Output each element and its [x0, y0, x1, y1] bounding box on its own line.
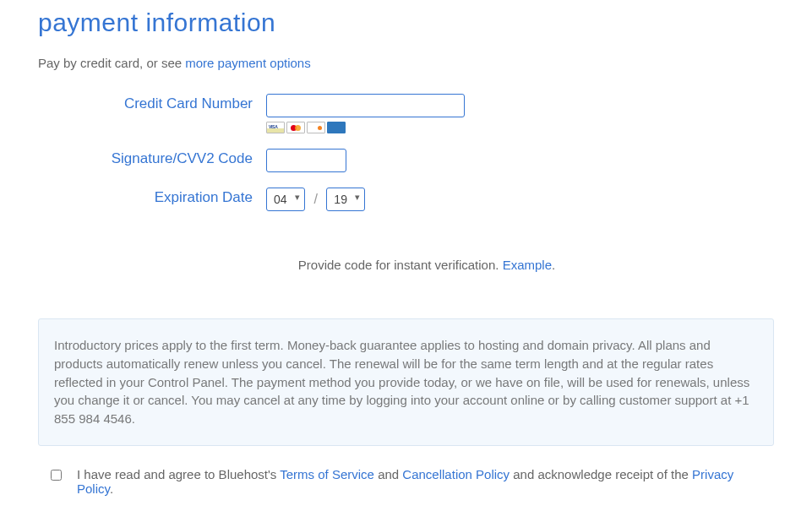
row-cvv: Signature/CVV2 Code [38, 149, 774, 172]
agree-ack: and acknowledge receipt of the [510, 467, 692, 481]
pay-intro-text: Pay by credit card, or see more payment … [38, 56, 774, 70]
row-credit-card: Credit Card Number [38, 94, 774, 133]
verification-text: Provide code for instant verification. E… [215, 258, 638, 272]
agree-row: I have read and agree to Bluehost's Term… [38, 467, 774, 496]
page-title: payment information [38, 8, 774, 37]
agree-and: and [374, 467, 402, 481]
terms-of-service-link[interactable]: Terms of Service [280, 467, 374, 481]
expiration-year-select[interactable]: 19 [326, 188, 365, 211]
agree-prefix: I have read and agree to Bluehost's [77, 467, 280, 481]
cancellation-policy-link[interactable]: Cancellation Policy [402, 467, 510, 481]
credit-card-input[interactable] [266, 94, 465, 117]
pay-intro-prefix: Pay by credit card, or see [38, 56, 185, 70]
disclaimer-box: Introductory prices apply to the first t… [38, 318, 774, 446]
label-cvv: Signature/CVV2 Code [38, 149, 266, 167]
expiration-month-select[interactable]: 04 [266, 188, 305, 211]
verification-prefix: Provide code for instant verification. [298, 258, 503, 272]
example-link[interactable]: Example [503, 258, 552, 272]
agree-checkbox[interactable] [51, 470, 62, 481]
expiration-separator: / [313, 192, 317, 206]
cvv-input[interactable] [266, 149, 346, 172]
verification-suffix: . [552, 258, 555, 272]
more-payment-options-link[interactable]: more payment options [185, 56, 310, 70]
agree-suffix: . [110, 481, 113, 496]
amex-icon [327, 122, 346, 133]
row-expiration: Expiration Date 04 / 19 [38, 188, 774, 211]
mastercard-icon [286, 122, 305, 133]
visa-icon [266, 122, 285, 133]
card-icons [266, 122, 774, 133]
agree-text: I have read and agree to Bluehost's Term… [77, 467, 761, 496]
label-credit-card: Credit Card Number [38, 94, 266, 112]
label-expiration: Expiration Date [38, 188, 266, 206]
discover-icon [307, 122, 325, 133]
